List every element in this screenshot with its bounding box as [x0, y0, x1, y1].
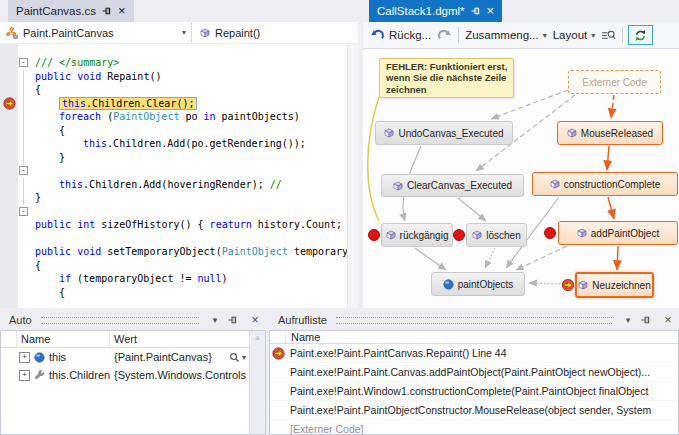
gutter-cell[interactable]	[0, 259, 18, 273]
type-dropdown[interactable]: Paint.PaintCanvas ▾	[0, 22, 192, 43]
code-line[interactable]: {	[0, 259, 358, 273]
layout-dropdown[interactable]: Layout ▾	[550, 29, 599, 41]
callstack-frame-row[interactable]: [Externer Code]	[270, 420, 678, 435]
callstack-frame-row[interactable]: Paint.exe!Paint.Paint.Canvas.addPaintObj…	[270, 363, 678, 382]
member-dropdown[interactable]: Repaint()	[192, 27, 358, 39]
gutter-cell[interactable]	[0, 110, 18, 124]
gutter-cell[interactable]	[0, 272, 18, 286]
gutter-cell[interactable]	[0, 178, 18, 192]
code-line[interactable]: -	[0, 205, 358, 219]
code-line[interactable]: this.Children.Add(hoveringRender); //	[0, 178, 358, 192]
expander-icon[interactable]: +	[19, 352, 30, 363]
code-line[interactable]: -/// </summary>	[0, 56, 358, 70]
group-dropdown[interactable]: Zusammeng... ▾	[462, 29, 550, 41]
current-frame-icon	[270, 347, 286, 360]
gutter-cell[interactable]	[0, 83, 18, 97]
fold-margin[interactable]: -	[18, 205, 31, 219]
panel-title: Auto	[9, 314, 32, 326]
gutter-cell[interactable]	[0, 70, 18, 84]
tab-callstack-dgml[interactable]: CallStack1.dgml* ×	[369, 0, 502, 22]
code-line[interactable]: public int sizeOfHistory() { reaturn his…	[0, 218, 358, 232]
code-line[interactable]: if (temporaryObject != null)	[0, 272, 358, 286]
code-line[interactable]: {	[0, 83, 358, 97]
graph-node-mousereleased[interactable]: MouseReleased	[557, 121, 663, 145]
autos-row[interactable]: +this{Paint.PaintCanvas}▾	[1, 348, 249, 366]
gutter-cell[interactable]	[0, 286, 18, 300]
code-line[interactable]: }	[0, 151, 358, 165]
magnifier-button[interactable]: ▾	[229, 352, 249, 363]
gutter-cell[interactable]	[0, 151, 18, 165]
graph-node-loeschen[interactable]: löschen	[466, 223, 527, 247]
sync-toggle-button[interactable]	[628, 25, 653, 45]
pin-icon[interactable]	[228, 315, 242, 325]
graph-node-externer-code[interactable]: Externer Code	[568, 70, 661, 94]
method-icon	[567, 128, 577, 138]
close-icon[interactable]: ×	[248, 313, 262, 327]
graph-node-clearcanvas-executed[interactable]: ClearCanvas_Executed	[381, 174, 524, 197]
code-line[interactable]: }	[0, 191, 358, 205]
code-line[interactable]: foreach (PaintObject po in paintObjects)	[0, 110, 358, 124]
code-line[interactable]: public void setTemporaryObject(PaintObje…	[0, 245, 358, 259]
type-dropdown-label: Paint.PaintCanvas	[23, 27, 114, 39]
close-icon[interactable]: ×	[661, 313, 675, 327]
window-position-icon[interactable]: ▾	[621, 313, 635, 327]
gutter-cell[interactable]	[0, 191, 18, 205]
code-line[interactable]	[0, 232, 358, 246]
window-position-icon[interactable]: ▾	[208, 313, 222, 327]
graph-node-addpaintobject[interactable]: addPaintObject	[558, 221, 678, 245]
code-line[interactable]: {	[0, 124, 358, 138]
member-dropdown-label: Repaint()	[215, 27, 260, 39]
method-icon	[393, 181, 403, 191]
tab-paintcanvas[interactable]: PaintCanvas.cs ×	[8, 0, 134, 22]
editor-scrollbar[interactable]	[347, 44, 358, 308]
autos-header: Name Wert	[1, 331, 249, 348]
code-line[interactable]: this.Children.Clear();	[0, 97, 358, 111]
close-icon[interactable]: ×	[118, 6, 126, 16]
close-icon[interactable]: ×	[487, 6, 495, 16]
autos-row[interactable]: +this.Children{System.Windows.Controls	[1, 366, 249, 384]
gutter-cell[interactable]	[0, 232, 18, 246]
main-area: PaintCanvas.cs × Paint.PaintCanvas ▾ Rep…	[0, 0, 679, 308]
callstack-frame-row[interactable]: Paint.exe!Paint.PaintObjectConstructor.M…	[270, 401, 678, 420]
code-area[interactable]: -/// </summary>public void Repaint(){thi…	[0, 44, 358, 308]
gutter-cell[interactable]	[0, 245, 18, 259]
fold-margin	[18, 124, 31, 138]
code-line[interactable]: this.Children.Add(po.getRendering());	[0, 137, 358, 151]
graph-annotation-note[interactable]: FEHLER: Funktioniert erst,wenn Sie die n…	[379, 58, 514, 98]
gutter-cell[interactable]	[0, 56, 18, 70]
method-icon	[200, 28, 210, 38]
code-line[interactable]: {	[0, 286, 358, 300]
expander-icon[interactable]: +	[19, 370, 30, 381]
editor-tabbar: PaintCanvas.cs ×	[0, 0, 358, 22]
callstack-panel: Aufrufliste ▾ × Name Paint.exe!Paint.Pai…	[269, 310, 679, 435]
gutter-cell[interactable]	[0, 218, 18, 232]
graph-node-rueckgaengig[interactable]: rückgängig	[381, 223, 453, 247]
graph-node-neuzeichnen[interactable]: Neuzeichnen	[575, 272, 654, 298]
gutter-cell[interactable]	[0, 164, 18, 178]
method-icon	[578, 280, 588, 290]
autos-scrollbar[interactable]: ▲	[249, 331, 265, 434]
fold-collapse-icon: -	[19, 166, 28, 175]
graph-canvas[interactable]: FEHLER: Funktioniert erst,wenn Sie die n…	[363, 49, 679, 308]
pin-icon[interactable]	[102, 6, 112, 16]
gutter-cell[interactable]	[0, 124, 18, 138]
pin-icon[interactable]	[471, 6, 481, 16]
code-line[interactable]: public void Repaint()	[0, 70, 358, 84]
breakpoint-current-statement-icon[interactable]	[0, 97, 18, 111]
callstack-frame-row[interactable]: Paint.exe!Paint.Window1.constructionComp…	[270, 382, 678, 401]
fold-margin[interactable]: -	[18, 164, 31, 178]
undo-button[interactable]: Rückg...	[367, 29, 434, 42]
zoom-find-button[interactable]	[598, 29, 619, 42]
graph-node-paintobjects[interactable]: paintObjects	[431, 272, 525, 296]
fold-margin[interactable]: -	[18, 56, 31, 70]
callstack-frame-row[interactable]: Paint.exe!Paint.PaintCanvas.Repaint() Li…	[270, 344, 678, 363]
gutter-cell[interactable]	[0, 205, 18, 219]
code-line[interactable]: -	[0, 164, 358, 178]
tab-title: PaintCanvas.cs	[16, 5, 96, 17]
graph-node-constructioncomplete[interactable]: constructionComplete	[532, 172, 678, 196]
gutter-cell[interactable]	[0, 137, 18, 151]
redo-button[interactable]	[434, 29, 455, 42]
pin-icon[interactable]	[641, 315, 655, 325]
scroll-up-icon[interactable]: ▲	[254, 333, 262, 342]
graph-node-undocanvas-executed[interactable]: UndoCanvas_Executed	[375, 121, 513, 145]
